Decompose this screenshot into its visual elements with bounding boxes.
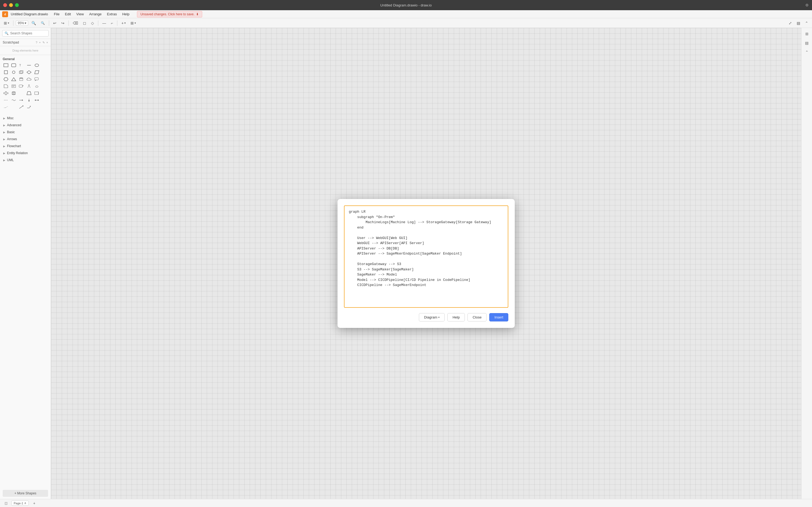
- shape-ldash[interactable]: [3, 105, 9, 110]
- maximize-window-button[interactable]: [15, 3, 19, 7]
- zoom-out-button[interactable]: 🔍: [39, 20, 47, 26]
- nav-uml[interactable]: ▶ UML: [0, 157, 51, 164]
- right-panel-btn-1[interactable]: ⊞: [803, 30, 811, 38]
- shape-db[interactable]: [10, 91, 17, 96]
- more-shapes-button[interactable]: + More Shapes: [3, 490, 48, 497]
- svg-text:T: T: [19, 64, 21, 67]
- redo-icon: ↪: [61, 21, 64, 25]
- search-input[interactable]: [10, 32, 46, 35]
- shape-hex[interactable]: [41, 69, 48, 75]
- shape-diamond[interactable]: [26, 69, 32, 75]
- menu-arrange[interactable]: Arrange: [87, 11, 104, 17]
- shape-tri[interactable]: [10, 76, 17, 82]
- close-button[interactable]: Close: [467, 313, 486, 322]
- shape-hex2[interactable]: [3, 76, 9, 82]
- shape-misc6[interactable]: [10, 105, 17, 110]
- shape-dline[interactable]: [3, 98, 9, 103]
- menu-view[interactable]: View: [74, 11, 86, 17]
- zoom-in-button[interactable]: 🔍: [30, 20, 38, 26]
- waypoint-button[interactable]: ⌐: [109, 20, 115, 26]
- scratchpad-edit-btn[interactable]: ✎: [43, 41, 45, 44]
- shape-misc7[interactable]: [34, 105, 40, 110]
- shape-arrow-r[interactable]: [18, 98, 24, 103]
- panel-button[interactable]: ▤: [795, 20, 802, 26]
- minimize-window-button[interactable]: [9, 3, 13, 7]
- scratchpad-help-btn[interactable]: ?: [36, 41, 37, 44]
- shape-arrow-lr[interactable]: [34, 98, 40, 103]
- nav-basic[interactable]: ▶ Basic: [0, 129, 51, 135]
- shape-misc[interactable]: [41, 76, 48, 82]
- close-window-button[interactable]: [3, 3, 7, 7]
- shape-doc[interactable]: [3, 83, 9, 89]
- shape-line[interactable]: [26, 63, 32, 68]
- shape-text[interactable]: T: [18, 63, 24, 68]
- insert-button[interactable]: Insert: [489, 313, 508, 322]
- table-button[interactable]: ⊞▾: [129, 20, 137, 26]
- shape-arrow-d[interactable]: [26, 98, 32, 103]
- shape-ellipse[interactable]: [34, 63, 40, 68]
- shape-sq[interactable]: [3, 69, 9, 75]
- shape-misc3[interactable]: [18, 91, 24, 96]
- nav-advanced[interactable]: ▶ Advanced: [0, 122, 51, 129]
- fullscreen-button[interactable]: ⤢: [787, 20, 794, 26]
- diagram-button[interactable]: Diagram ▾: [419, 313, 445, 322]
- shape-3d-rect[interactable]: [18, 69, 24, 75]
- settings-icon[interactable]: ⚙: [805, 3, 809, 7]
- canvas-area[interactable]: graph LR subgraph "On-Prem" MachineLogs[…: [51, 28, 801, 499]
- add-page-button[interactable]: +: [32, 501, 37, 506]
- svg-rect-20: [19, 85, 22, 87]
- page-tab[interactable]: Page-1 ∧: [11, 501, 29, 506]
- diagram-code-textarea[interactable]: graph LR subgraph "On-Prem" MachineLogs[…: [344, 206, 508, 308]
- right-panel-btn-3[interactable]: ⌃: [803, 48, 811, 56]
- delete-button[interactable]: ⌫: [71, 20, 80, 26]
- nav-entity-relation[interactable]: ▶ Entity Relation: [0, 150, 51, 157]
- zoom-control[interactable]: 95% ▾: [16, 20, 28, 26]
- shape-cloud[interactable]: [26, 76, 32, 82]
- menu-help[interactable]: Help: [120, 11, 131, 17]
- format-button[interactable]: ◻: [81, 20, 88, 26]
- help-button[interactable]: Help: [447, 313, 465, 322]
- shape-rect[interactable]: [3, 63, 9, 68]
- fullscreen-icon: ⤢: [789, 21, 792, 25]
- shape-para[interactable]: [34, 69, 40, 75]
- scratchpad-add-btn[interactable]: +: [39, 41, 41, 44]
- shape-call[interactable]: [18, 83, 24, 89]
- connection-button[interactable]: ◇: [90, 20, 96, 26]
- shape-diag-arrow[interactable]: [18, 105, 24, 110]
- insert-button[interactable]: +▾: [120, 20, 127, 26]
- shape-loop[interactable]: [34, 83, 40, 89]
- sidebar-toggle-button[interactable]: ⊞▾: [2, 20, 11, 26]
- menu-extras[interactable]: Extras: [105, 11, 119, 17]
- shape-cyl[interactable]: [18, 76, 24, 82]
- nav-arrows[interactable]: ▶ Arrows: [0, 135, 51, 143]
- nav-flowchart[interactable]: ▶ Flowchart: [0, 143, 51, 150]
- scratchpad-close-btn[interactable]: ×: [47, 41, 48, 44]
- shape-misc2[interactable]: [41, 83, 48, 89]
- shape-person[interactable]: [26, 83, 32, 89]
- shape-misc8[interactable]: [41, 105, 48, 110]
- expand-button[interactable]: ⌃: [803, 20, 810, 26]
- shape-angled-arrow[interactable]: [26, 105, 32, 110]
- menu-file[interactable]: File: [52, 11, 62, 17]
- line-style-button[interactable]: —: [101, 20, 108, 26]
- shape-misc4[interactable]: [41, 91, 48, 96]
- svg-marker-34: [35, 99, 36, 101]
- nav-misc[interactable]: ▶ Misc: [0, 115, 51, 122]
- undo-button[interactable]: ↩: [52, 20, 58, 26]
- shape-circle[interactable]: [41, 63, 48, 68]
- shape-circ2[interactable]: [10, 69, 17, 75]
- zoom-out-icon: 🔍: [41, 21, 45, 25]
- shape-note[interactable]: [10, 83, 17, 89]
- shape-trap[interactable]: [26, 91, 32, 96]
- shape-wave[interactable]: [34, 91, 40, 96]
- shape-cross[interactable]: [3, 91, 9, 96]
- shape-speech[interactable]: [34, 76, 40, 82]
- right-panel-btn-2[interactable]: ▤: [803, 39, 811, 47]
- shape-wavy[interactable]: [10, 98, 17, 103]
- shape-misc5[interactable]: [41, 98, 48, 103]
- unsaved-changes-button[interactable]: Unsaved changes. Click here to save. ⬇: [137, 11, 202, 17]
- bottombar-sidebar-toggle[interactable]: ◫: [3, 501, 9, 506]
- shape-rrect[interactable]: [10, 63, 17, 68]
- redo-button[interactable]: ↪: [60, 20, 66, 26]
- menu-edit[interactable]: Edit: [63, 11, 73, 17]
